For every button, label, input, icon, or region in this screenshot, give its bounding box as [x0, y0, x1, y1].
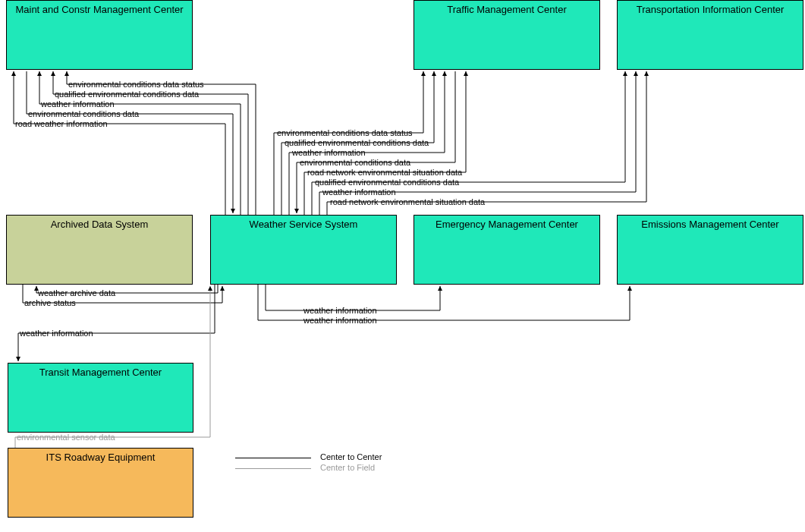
flow-traffic-3: environmental conditions data	[300, 158, 410, 167]
flow-maint-0: environmental conditions data status	[68, 80, 204, 89]
flow-transit: weather information	[20, 329, 93, 338]
diagram-stage: Maint and Constr Management Center Traff…	[0, 0, 805, 532]
legend-line-c2f	[235, 468, 311, 469]
legend-c2c: Center to Center	[320, 452, 382, 461]
flow-maint-1: qualified environmental conditions data	[55, 90, 199, 99]
flow-tic-0: qualified environmental conditions data	[315, 178, 459, 187]
flow-maint-3: environmental conditions data	[28, 109, 139, 118]
flow-traffic-0: environmental conditions data status	[277, 128, 413, 137]
legend-c2f: Center to Field	[320, 463, 375, 472]
flow-archived-0: weather archive data	[38, 288, 115, 297]
flow-its: environmental sensor data	[17, 433, 115, 442]
flow-emiss: weather information	[303, 316, 377, 325]
flow-maint-2: weather information	[41, 99, 115, 109]
flow-archived-1: archive status	[24, 298, 76, 307]
flow-tic-2: road network environmental situation dat…	[330, 197, 485, 206]
legend-line-c2c	[235, 458, 311, 458]
flow-maint-4: road weather information	[15, 119, 108, 128]
flow-tic-1: weather information	[322, 187, 396, 197]
flow-traffic-4: road network environmental situation dat…	[307, 168, 462, 177]
flow-traffic-2: weather information	[292, 148, 366, 157]
flow-emerg: weather information	[303, 306, 377, 315]
flow-traffic-1: qualified environmental conditions data	[285, 138, 429, 147]
